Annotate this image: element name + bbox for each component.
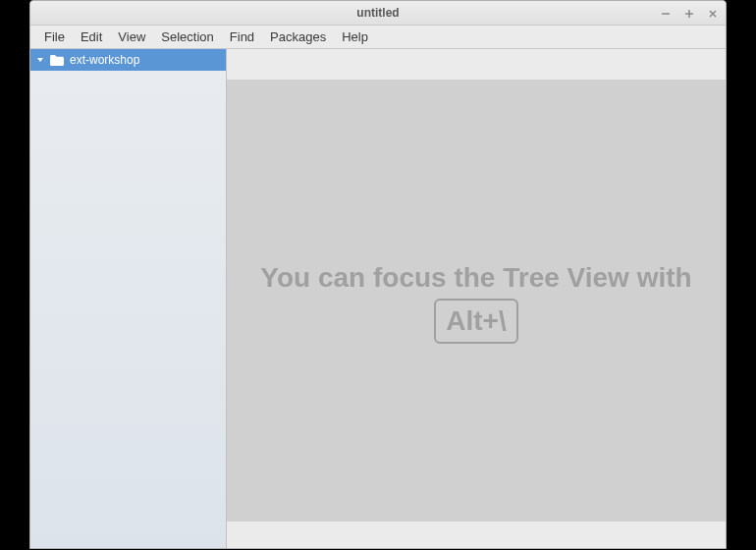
hint-prefix: You can focus the Tree View with xyxy=(260,262,691,293)
menu-file[interactable]: File xyxy=(36,27,73,47)
minimize-icon xyxy=(661,9,671,19)
hint-shortcut-key: Alt+\ xyxy=(434,299,517,344)
folder-icon xyxy=(50,55,64,66)
close-button[interactable] xyxy=(706,7,720,21)
close-icon xyxy=(708,9,718,19)
status-bar[interactable] xyxy=(227,521,726,548)
editor-hint: You can focus the Tree View with Alt+\ xyxy=(256,257,696,344)
tree-view-panel[interactable]: ext-workshop xyxy=(30,49,227,548)
maximize-button[interactable] xyxy=(682,7,696,21)
app-window: untitled File Edit View Selection Find P… xyxy=(29,0,727,549)
chevron-down-icon xyxy=(36,56,44,64)
tree-root-item[interactable]: ext-workshop xyxy=(30,49,226,71)
window-controls xyxy=(659,1,720,26)
window-title: untitled xyxy=(356,6,399,20)
titlebar: untitled xyxy=(30,1,726,26)
minimize-button[interactable] xyxy=(659,7,673,21)
menu-edit[interactable]: Edit xyxy=(73,27,110,47)
menu-selection[interactable]: Selection xyxy=(153,27,221,47)
tab-strip[interactable] xyxy=(227,49,726,81)
menu-find[interactable]: Find xyxy=(222,27,262,47)
menu-help[interactable]: Help xyxy=(334,27,376,47)
body-area: ext-workshop You can focus the Tree View… xyxy=(30,49,726,548)
menubar: File Edit View Selection Find Packages H… xyxy=(30,26,726,49)
maximize-icon xyxy=(684,9,694,19)
tree-item-label: ext-workshop xyxy=(70,53,139,67)
menu-packages[interactable]: Packages xyxy=(262,27,334,47)
menu-view[interactable]: View xyxy=(110,27,153,47)
main-pane: You can focus the Tree View with Alt+\ xyxy=(227,49,726,548)
editor-area[interactable]: You can focus the Tree View with Alt+\ xyxy=(227,81,726,521)
